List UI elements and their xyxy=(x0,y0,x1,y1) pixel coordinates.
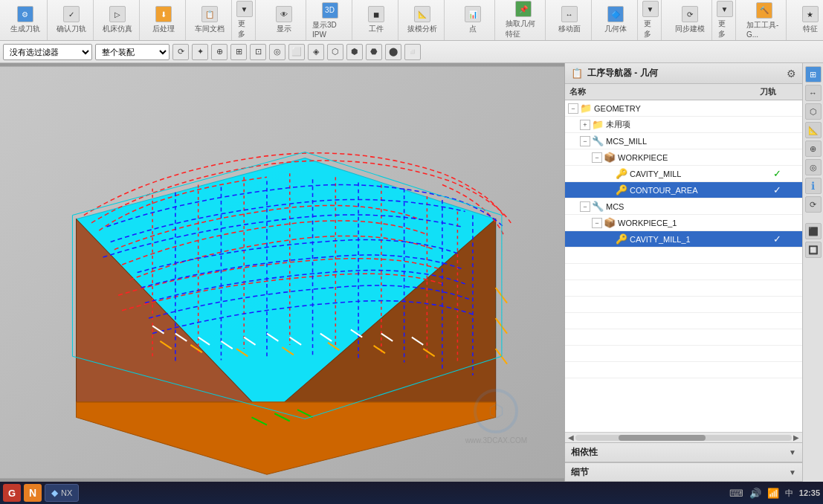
filter-select-1[interactable]: 没有选过滤器 xyxy=(3,44,92,60)
tree-row-empty-8 xyxy=(565,362,802,378)
rs-icon-8[interactable]: ⟳ xyxy=(805,196,822,213)
details-section-header[interactable]: 细节 ▼ xyxy=(565,462,802,482)
filter-select-2[interactable]: 整个装配 xyxy=(95,44,170,60)
rs-icon-7[interactable]: ℹ xyxy=(805,178,822,194)
rs-icon-2[interactable]: ↔ xyxy=(805,85,822,101)
expand-unused-icon[interactable]: + xyxy=(580,120,590,130)
workpiece-label: WORKPIECE xyxy=(618,153,755,162)
post-icon: ⬇ xyxy=(155,6,172,22)
tree-row-empty-5 xyxy=(565,313,802,329)
tree-row-contour-area[interactable]: · 🔑 CONTOUR_AREA ✓ xyxy=(565,182,802,198)
toolbar-group-more1[interactable]: ▼ 更多 xyxy=(233,0,256,40)
panel-nav-icon: 📋 xyxy=(571,68,583,79)
tree-row-cavity-mill[interactable]: · 🔑 CAVITY_MILL ✓ xyxy=(565,166,802,182)
toolbar-group-geom[interactable]: 🔷 几何体 xyxy=(593,0,638,40)
filter-btn-8[interactable]: ◈ xyxy=(308,44,324,60)
toolbar-group-post[interactable]: ⬇ 后处理 xyxy=(141,0,186,40)
rs-icon-3[interactable]: ⬡ xyxy=(805,103,822,120)
tree-table[interactable]: 名称 刀轨 − 📁 GEOMETRY + 📁 未用项 xyxy=(565,84,802,432)
toolbar-group-feature[interactable]: ★ 特征 xyxy=(788,0,823,40)
toolbar-group-doc[interactable]: 📋 车间文档 xyxy=(187,0,232,40)
expand-workpiece-icon[interactable]: − xyxy=(592,152,602,163)
tools-icon: 🔨 xyxy=(756,2,772,19)
toolbar-group-sync[interactable]: ⟳ 同步建模 xyxy=(668,0,712,40)
tray-icon-2[interactable]: 🔊 xyxy=(749,488,761,499)
filter-btn-4[interactable]: ⊞ xyxy=(230,44,247,60)
tree-row-empty-7 xyxy=(565,346,802,362)
tree-row-mcs-mill[interactable]: − 🔧 MCS_MILL xyxy=(565,133,802,149)
toolbar-group-ipw[interactable]: 3D 显示3D IPW xyxy=(308,0,352,40)
filter-btn-13[interactable]: ◽ xyxy=(404,44,421,60)
h-scroll-area[interactable]: ◀ ▶ xyxy=(565,432,802,442)
tree-row-mcs[interactable]: − 🔧 MCS xyxy=(565,198,802,215)
tree-row-unused[interactable]: + 📁 未用项 xyxy=(565,117,802,133)
toolbar-label-workpiece: 工件 xyxy=(369,24,384,34)
workpiece-1-icon: 📦 xyxy=(604,217,616,228)
dependencies-chevron-icon: ▼ xyxy=(789,448,796,456)
filter-btn-5[interactable]: ⊡ xyxy=(250,44,266,60)
taskbar-right: ⌨ 🔊 📶 中 12:35 xyxy=(729,488,820,499)
watermark-text: www.3DCAX.COM xyxy=(465,436,527,445)
gear-settings-icon[interactable]: ⚙ xyxy=(787,68,796,80)
tray-icon-3[interactable]: 📶 xyxy=(767,488,779,499)
toolbar-group-analysis[interactable]: 📊 点 xyxy=(451,0,495,40)
app-button[interactable]: N xyxy=(24,484,42,502)
toolbar-group-extract[interactable]: 📌 抽取几何特征 xyxy=(501,0,546,40)
h-scroll-left-btn[interactable]: ◀ xyxy=(567,433,575,442)
expand-mcs-icon[interactable]: − xyxy=(580,201,590,212)
unused-label: 未用项 xyxy=(606,119,755,130)
rs-icon-4[interactable]: 📐 xyxy=(805,122,822,138)
filter-btn-7[interactable]: ⬜ xyxy=(288,44,305,60)
rs-icon-10[interactable]: 🔲 xyxy=(805,242,822,258)
h-scroll-thumb[interactable] xyxy=(619,435,705,441)
tray-icon-1[interactable]: ⌨ xyxy=(729,488,743,499)
toolbar-group-more3[interactable]: ▼ 更多 xyxy=(714,0,736,40)
filter-btn-3[interactable]: ⊕ xyxy=(211,44,227,60)
tree-row-workpiece-1[interactable]: − 📦 WORKPIECE_1 xyxy=(565,215,802,231)
toolbar-group-more2[interactable]: ▼ 更多 xyxy=(639,0,662,40)
start-button[interactable]: G xyxy=(3,484,21,502)
toolbar-label-movesurface: 移动面 xyxy=(558,24,581,34)
toolbar-group-workpiece[interactable]: ◼ 工件 xyxy=(354,0,398,40)
toolbar-group-display[interactable]: 👁 显示 xyxy=(262,0,306,40)
dependencies-section-header[interactable]: 相依性 ▼ xyxy=(565,443,802,462)
filter-btn-1[interactable]: ⟳ xyxy=(172,44,189,60)
tree-row-geometry[interactable]: − 📁 GEOMETRY xyxy=(565,100,802,117)
tree-row-empty-1 xyxy=(565,248,802,264)
analysis-icon: 📊 xyxy=(465,6,481,22)
expand-workpiece-1-icon[interactable]: − xyxy=(592,218,602,228)
tree-row-empty-4 xyxy=(565,297,802,313)
toolbar-group-verify[interactable]: ✓ 确认刀轨 xyxy=(49,0,94,40)
nx-app-item[interactable]: ◆ NX xyxy=(45,484,79,502)
toolbar-group-tools[interactable]: 🔨 加工工具-G... xyxy=(742,0,787,40)
filter-btn-11[interactable]: ⬣ xyxy=(366,44,382,60)
viewport[interactable]: ⬡ www.3DCAX.COM xyxy=(0,63,564,482)
rs-icon-6[interactable]: ◎ xyxy=(805,159,822,175)
mcs-mill-icon: 🔧 xyxy=(592,135,604,146)
filter-btn-6[interactable]: ◎ xyxy=(269,44,285,60)
toolbar-group-movesurface[interactable]: ↔ 移动面 xyxy=(547,0,592,40)
toolbar-label-more3: 更多 xyxy=(718,19,731,39)
tree-row-cavity-mill-1[interactable]: · 🔑 CAVITY_MILL_1 ✓ xyxy=(565,231,802,248)
toolbar-group-draft[interactable]: 📐 拔模分析 xyxy=(400,0,445,40)
tree-row-workpiece[interactable]: − 📦 WORKPIECE xyxy=(565,149,802,166)
expand-mcs-mill-icon[interactable]: − xyxy=(580,136,590,146)
col-toolpath-header: 刀轨 xyxy=(738,86,798,97)
h-scroll-track[interactable] xyxy=(575,435,792,441)
h-scroll-right-btn[interactable]: ▶ xyxy=(792,433,801,442)
rs-icon-5[interactable]: ⊕ xyxy=(805,140,822,157)
tree-row-empty-6 xyxy=(565,329,802,346)
toolbar-group-generate[interactable]: ⚙ 生成刀轨 xyxy=(3,0,48,40)
rs-icon-9[interactable]: ⬛ xyxy=(805,223,822,239)
cavity-mill-1-key-icon: 🔑 xyxy=(616,233,627,245)
expand-geometry-icon[interactable]: − xyxy=(568,103,578,114)
toolbar-group-simulation[interactable]: ▷ 机床仿真 xyxy=(95,0,140,40)
filter-btn-2[interactable]: ✦ xyxy=(192,44,208,60)
rs-icon-1[interactable]: ⊞ xyxy=(805,66,822,83)
dependencies-title: 相依性 xyxy=(571,446,598,459)
col-name-header: 名称 xyxy=(569,86,738,97)
filter-btn-10[interactable]: ⬢ xyxy=(346,44,363,60)
toolbar-label-more2: 更多 xyxy=(644,19,656,39)
filter-btn-9[interactable]: ⬡ xyxy=(327,44,343,60)
filter-btn-12[interactable]: ⬤ xyxy=(385,44,401,60)
